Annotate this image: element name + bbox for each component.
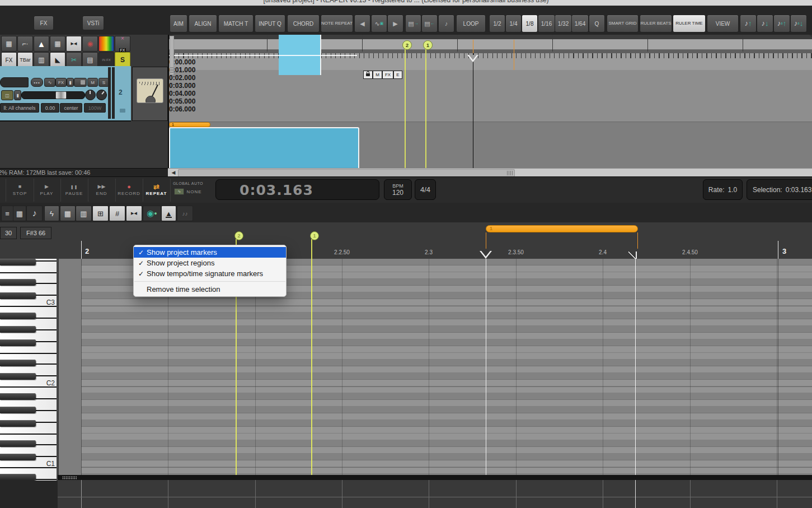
split-items-icon[interactable]: ✂ <box>66 52 82 68</box>
note-row[interactable] <box>81 413 812 420</box>
note-row[interactable] <box>81 434 812 440</box>
selection-right-handle-icon[interactable] <box>809 35 812 39</box>
note-row[interactable] <box>81 427 812 434</box>
vscrollbar-grip-icon[interactable] <box>170 67 173 73</box>
note-row[interactable] <box>81 299 812 306</box>
toolbar-button-1-16[interactable]: 1/16 <box>538 15 555 32</box>
volume-value-field[interactable]: 0.00 <box>41 103 59 113</box>
note-row[interactable] <box>81 319 812 326</box>
note-row[interactable] <box>81 407 812 413</box>
fx-offline-icon[interactable]: ×FX <box>115 36 130 52</box>
grid-enable-icon[interactable]: ▦ <box>60 206 76 221</box>
eject-lane-icon[interactable]: ▲ <box>161 206 176 221</box>
scroll-left-arrow-icon[interactable]: ◀ <box>169 169 178 176</box>
toolbar-button-chord[interactable]: CHORD <box>287 15 320 32</box>
width-knob[interactable] <box>94 87 109 102</box>
item-envelope-button[interactable]: E <box>393 71 402 79</box>
phase-button[interactable]: ▮ <box>67 78 74 87</box>
marker-lane[interactable] <box>169 39 812 50</box>
nav-next-icon[interactable]: ▶ <box>387 15 403 32</box>
transport-end-button[interactable]: ▶▶END <box>88 179 116 202</box>
tbar-icon[interactable]: TBar <box>17 52 33 68</box>
note-row[interactable] <box>81 333 812 339</box>
toolbar-button-1-2[interactable]: 1/2 <box>489 15 505 32</box>
toolbar-button-1-32[interactable]: 1/32 <box>555 15 572 32</box>
note-row[interactable] <box>81 373 812 380</box>
note-row[interactable] <box>81 346 812 353</box>
note-row[interactable] <box>81 360 812 366</box>
transpose-semitone-up-icon[interactable]: ♪↑ <box>740 15 757 32</box>
toolbar-button-aim[interactable]: AIM <box>170 15 187 32</box>
menu-item-show-tempo-time-signature-markers[interactable]: ✓Show tempo/time signature markers <box>134 268 286 279</box>
midi-grid-view-icon[interactable]: ▦ <box>13 206 26 221</box>
midi-loop-region-bar[interactable]: 1 <box>486 225 638 232</box>
toolbar-button-1-8[interactable]: 1/8 <box>522 15 538 32</box>
toolbar-button-match-t[interactable]: MATCH T <box>218 15 254 32</box>
pan-knob[interactable] <box>85 90 96 100</box>
midi-list-view-icon[interactable]: ≡ <box>1 206 13 221</box>
time-signature-box[interactable]: 4/4 <box>415 179 436 200</box>
theme-color-icon[interactable]: ◉● <box>143 206 161 221</box>
piano-keys[interactable]: C3C2C1 <box>0 259 58 481</box>
transport-pause-button[interactable]: ❚❚PAUSE <box>60 179 88 202</box>
center-playhead-icon[interactable]: ▶◀ <box>66 36 82 52</box>
bpm-box[interactable]: BPM 120 <box>384 179 412 200</box>
snap-settings-icon[interactable]: # <box>109 206 125 221</box>
toolbar-button-loop[interactable]: LOOP <box>456 15 486 32</box>
note-row[interactable] <box>81 420 812 427</box>
midi-note-grid[interactable] <box>0 259 812 475</box>
black-key[interactable] <box>0 326 36 333</box>
transpose-semitone-down-icon[interactable]: ♪↓ <box>757 15 773 32</box>
toolbar-button-smart-grid[interactable]: SMART GRID <box>607 15 639 32</box>
item-lock-button[interactable] <box>363 71 373 79</box>
region-bar[interactable]: 1 <box>169 122 210 127</box>
routing-matrix-icon[interactable]: ⌐· <box>17 36 33 52</box>
transpose-octave-down-icon[interactable]: ♪8↓ <box>790 15 807 32</box>
note-row[interactable] <box>81 353 812 360</box>
black-key[interactable] <box>0 407 36 413</box>
pan-value-field[interactable]: center <box>60 103 82 113</box>
theme-colors-icon[interactable] <box>98 36 114 52</box>
record-arm-button[interactable]: ••• <box>31 78 43 87</box>
transport-stop-button[interactable]: ■STOP <box>6 179 34 202</box>
note-row[interactable] <box>81 339 812 346</box>
black-key[interactable] <box>0 292 36 299</box>
note-row[interactable] <box>81 440 812 447</box>
note-row[interactable] <box>81 400 812 407</box>
transport-record-button[interactable]: ●RECORD <box>115 179 143 202</box>
note-row[interactable] <box>81 460 812 467</box>
track-name-field[interactable] <box>0 77 29 87</box>
midi-editor[interactable]: 30 F#3 66 12122.2.502.32.3.502.42.4.503 … <box>0 222 812 508</box>
toolbar-button-input-q[interactable]: INPUT Q <box>255 15 285 32</box>
center-playhead-icon[interactable]: ▶◀ <box>126 206 142 221</box>
solo-exclusive-icon[interactable]: S <box>115 52 130 68</box>
black-key[interactable] <box>0 259 36 265</box>
track-fx-button[interactable]: FX <box>34 16 54 30</box>
mixer-layout-icon[interactable]: ▦ <box>1 36 17 52</box>
item-group-icon[interactable]: ▤ <box>82 52 98 68</box>
toolbar-button-note-repeat[interactable]: NOTE REPEAT <box>321 15 353 32</box>
note-row[interactable] <box>81 326 812 333</box>
lane-resize-grip-icon[interactable] <box>62 476 77 479</box>
solo-dim-icon[interactable]: ◣ <box>50 52 65 68</box>
note-row[interactable] <box>81 393 812 400</box>
fx-chain-icon[interactable]: FX <box>1 52 17 68</box>
mute-button[interactable]: M <box>87 78 98 87</box>
toolbar-button-ruler-beats[interactable]: RULER BEATS <box>640 15 672 32</box>
transport-time-display[interactable]: 0:03.163 <box>215 179 379 200</box>
folder-icon[interactable] <box>120 109 125 113</box>
black-key[interactable] <box>0 474 36 481</box>
note-row[interactable] <box>81 306 812 313</box>
track-lane[interactable] <box>169 70 812 122</box>
black-key[interactable] <box>0 339 36 346</box>
input-toggle[interactable] <box>74 78 87 87</box>
track-fx-toggle-button[interactable]: FX <box>55 78 67 87</box>
track-panel[interactable]: ••• ∿ FX ▮ M S ◫ ▮ ll: All channels 0.00… <box>0 66 131 122</box>
midi-item[interactable] <box>169 127 359 168</box>
actions-icon[interactable]: ϟ <box>44 206 59 221</box>
grid-settings-icon[interactable]: ▦ <box>50 36 65 52</box>
menu-item-show-project-markers[interactable]: ✓Show project markers <box>134 247 286 258</box>
envelope-button[interactable]: ∿ <box>44 78 55 87</box>
velocity-lane[interactable] <box>58 480 812 508</box>
note-row[interactable] <box>81 366 812 373</box>
